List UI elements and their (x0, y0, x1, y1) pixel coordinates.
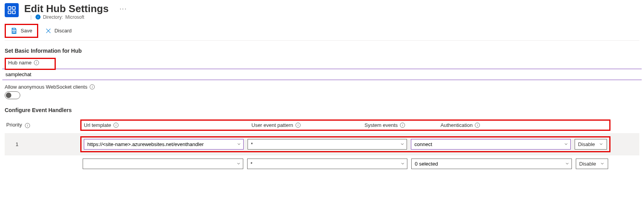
svg-rect-1 (12, 7, 15, 9)
authentication-select[interactable]: Disable (575, 139, 607, 150)
system-events-select[interactable] (411, 139, 571, 150)
handlers-highlight: Url template i User event pattern i Syst… (80, 119, 610, 131)
info-icon: i (35, 14, 41, 20)
toolbar: Save Discard (5, 21, 639, 41)
allow-anonymous-toggle[interactable] (5, 91, 20, 99)
table-row: 1 (5, 133, 639, 155)
discard-button[interactable]: Discard (41, 26, 76, 36)
authentication-value: Disable (578, 141, 595, 147)
page-header: Edit Hub Settings ··· | i Directory: Mic… (5, 3, 639, 20)
col-auth-label: Authentication (441, 122, 472, 128)
svg-rect-0 (8, 7, 11, 9)
col-user-label: User event pattern (251, 122, 293, 128)
svg-rect-3 (12, 11, 15, 14)
hub-name-highlight: Hub name i (5, 58, 56, 70)
directory-label: Directory: (43, 14, 63, 20)
save-icon (11, 27, 18, 34)
allow-anonymous-label: Allow anonymous WebSocket clients (5, 84, 87, 90)
directory-value: Microsoft (65, 14, 84, 20)
chevron-down-icon (599, 142, 603, 146)
col-url-label: Url template (84, 122, 111, 128)
save-button[interactable]: Save (5, 24, 38, 38)
info-icon[interactable]: i (475, 123, 480, 128)
table-header-row: Priority i Url template i User event pat… (5, 117, 639, 133)
hub-name-label: Hub name (8, 60, 32, 66)
priority-value: 1 (16, 141, 18, 147)
row-highlight: Disable (80, 136, 610, 152)
toggle-knob (6, 93, 11, 98)
more-actions-button[interactable]: ··· (120, 3, 127, 12)
resource-logo-icon (5, 3, 19, 17)
info-icon[interactable]: i (90, 84, 95, 89)
svg-rect-4 (13, 31, 15, 33)
info-icon[interactable]: i (34, 60, 39, 65)
system-events-select[interactable] (411, 159, 572, 169)
svg-rect-2 (8, 11, 11, 14)
table-row: Disable (5, 155, 639, 172)
chevron-down-icon (600, 161, 605, 166)
info-icon[interactable]: i (113, 123, 119, 128)
info-icon[interactable]: i (295, 123, 301, 128)
page-title: Edit Hub Settings (24, 3, 109, 14)
event-handlers-table: Priority i Url template i User event pat… (5, 117, 639, 172)
col-sys-label: System events (364, 122, 398, 128)
event-handlers-heading: Configure Event Handlers (5, 107, 639, 113)
info-icon[interactable]: i (400, 123, 405, 128)
authentication-select[interactable]: Disable (576, 159, 608, 169)
col-priority-label: Priority (6, 122, 22, 128)
save-button-label: Save (21, 28, 32, 34)
user-event-pattern-input[interactable] (248, 139, 407, 150)
basic-info-heading: Set Basic Information for Hub (5, 48, 639, 54)
user-event-pattern-input[interactable] (247, 159, 408, 169)
info-icon[interactable]: i (25, 123, 30, 128)
directory-row: | i Directory: Microsoft (30, 14, 127, 20)
hub-name-input[interactable] (2, 69, 642, 80)
url-template-input[interactable] (84, 139, 244, 150)
url-template-input[interactable] (83, 159, 243, 169)
close-icon (45, 28, 51, 34)
discard-button-label: Discard (55, 28, 72, 34)
authentication-value: Disable (579, 161, 596, 167)
